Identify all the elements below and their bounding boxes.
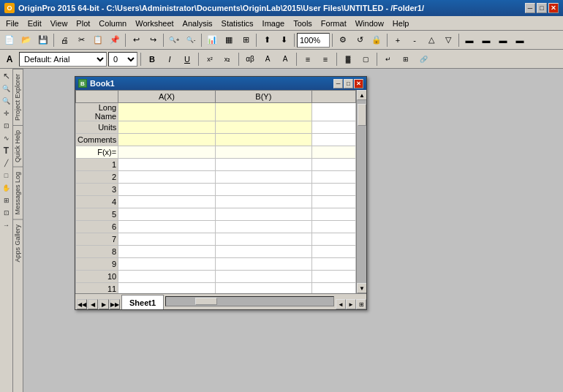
more-btn1[interactable]: ▬ [461, 32, 477, 48]
menu-analysis[interactable]: Analysis [178, 16, 217, 30]
cell-8-b[interactable] [215, 246, 311, 258]
cell-9-a[interactable] [118, 258, 215, 271]
cell-9-c[interactable] [312, 258, 356, 271]
cell-5-a[interactable] [118, 208, 215, 221]
book-maximize-button[interactable]: □ [344, 79, 353, 88]
cell-7-b[interactable] [215, 233, 311, 246]
extra-btn3[interactable]: → [1, 219, 12, 231]
cell-4-c[interactable] [312, 196, 356, 208]
sheet-nav-last[interactable]: ▶▶ [110, 299, 120, 309]
menu-plot[interactable]: Plot [72, 16, 94, 30]
cell-11-b[interactable] [215, 283, 311, 294]
sheet-scroll-thumb[interactable] [195, 298, 217, 305]
menu-image[interactable]: Image [258, 16, 290, 30]
border-btn[interactable]: ▢ [358, 51, 374, 67]
export-btn[interactable]: ⬇ [276, 32, 292, 48]
menu-view[interactable]: View [46, 16, 72, 30]
sheet-resize-btn[interactable]: ⊞ [356, 299, 366, 309]
cell-1-a[interactable] [118, 159, 215, 171]
menu-format[interactable]: Format [317, 16, 351, 30]
align-center-btn[interactable]: ≡ [317, 51, 333, 67]
units-a[interactable] [118, 121, 215, 134]
extra-btn2[interactable]: ⊡ [1, 207, 12, 219]
cell-1-b[interactable] [215, 159, 311, 171]
scroll-down-button[interactable]: ▼ [357, 283, 366, 293]
sheet-scroll-right[interactable]: ► [346, 299, 356, 309]
superscript-btn[interactable]: x² [202, 51, 218, 67]
more-btn4[interactable]: ▬ [512, 32, 528, 48]
cell-1-c[interactable] [312, 159, 356, 171]
font-size-select[interactable]: 0 [108, 52, 137, 67]
scroll-up-button[interactable]: ▲ [357, 90, 366, 100]
more-btn2[interactable]: ▬ [478, 32, 494, 48]
menu-help[interactable]: Help [388, 16, 414, 30]
fx-c[interactable] [312, 146, 356, 159]
cell-4-b[interactable] [215, 196, 311, 208]
cell-3-a[interactable] [118, 184, 215, 196]
font-aa-btn[interactable]: A [1, 51, 18, 67]
sheet-nav-first[interactable]: ◀◀ [77, 299, 87, 309]
messages-log-tab[interactable]: Messages Log [13, 167, 23, 219]
move-up-btn[interactable]: △ [423, 32, 439, 48]
longname-c[interactable] [312, 103, 356, 121]
sheet-nav-prev[interactable]: ◀ [88, 299, 98, 309]
cell-11-c[interactable] [312, 283, 356, 294]
cell-9-b[interactable] [215, 258, 311, 271]
save-button[interactable]: 💾 [35, 32, 51, 48]
apps-gallery-tab[interactable]: Apps Gallery [13, 219, 23, 267]
cell-8-c[interactable] [312, 246, 356, 258]
remove-btn[interactable]: - [407, 32, 423, 48]
menu-worksheet[interactable]: Worksheet [131, 16, 178, 30]
book-close-button[interactable]: ✕ [354, 79, 363, 88]
print-button[interactable]: 🖨 [56, 32, 72, 48]
comments-a[interactable] [118, 134, 215, 146]
bold-btn[interactable]: B [144, 51, 160, 67]
units-b[interactable] [215, 121, 311, 134]
paste-button[interactable]: 📌 [107, 32, 123, 48]
settings-btn[interactable]: ⚙ [335, 32, 351, 48]
zoom-input[interactable] [297, 33, 330, 48]
comments-b[interactable] [215, 134, 311, 146]
app-maximize-button[interactable]: □ [537, 3, 547, 13]
book-minimize-button[interactable]: ─ [333, 79, 343, 88]
menu-edit[interactable]: Edit [23, 16, 46, 30]
rect-tool[interactable]: □ [1, 170, 12, 181]
cell-2-b[interactable] [215, 171, 311, 184]
menu-statistics[interactable]: Statistics [217, 16, 258, 30]
app-close-button[interactable]: ✕ [548, 3, 559, 13]
book-controls[interactable]: ─ □ ✕ [333, 79, 363, 88]
cell-10-b[interactable] [215, 271, 311, 283]
wrap-btn[interactable]: ↵ [380, 51, 396, 67]
longname-a[interactable] [118, 103, 215, 121]
add-btn[interactable]: + [390, 32, 406, 48]
cell-6-b[interactable] [215, 221, 311, 233]
pan-tool[interactable]: ✛ [1, 108, 12, 119]
col-header-a[interactable]: A(X) [118, 91, 215, 103]
draw-tool[interactable]: ∿ [1, 132, 12, 144]
scale-tool[interactable]: ⊡ [1, 120, 12, 132]
title-controls[interactable]: ─ □ ✕ [525, 3, 559, 13]
cell-11-a[interactable] [118, 283, 215, 294]
cell-3-b[interactable] [215, 184, 311, 196]
quick-help-tab[interactable]: Quick Help [13, 125, 23, 167]
comments-c[interactable] [312, 134, 356, 146]
sheet-scroll-area[interactable] [165, 296, 334, 306]
open-button[interactable]: 📂 [18, 32, 34, 48]
cell-10-c[interactable] [312, 271, 356, 283]
app-minimize-button[interactable]: ─ [525, 3, 535, 13]
menu-tools[interactable]: Tools [289, 16, 317, 30]
zoom-out-tool[interactable]: 🔍 [1, 95, 12, 107]
menu-column[interactable]: Column [94, 16, 131, 30]
italic-btn[interactable]: I [162, 51, 178, 67]
underline-btn[interactable]: U [179, 51, 195, 67]
cell-8-a[interactable] [118, 246, 215, 258]
merge-btn[interactable]: ⊞ [398, 51, 414, 67]
project-explorer-tab[interactable]: Project Explorer [13, 69, 23, 125]
zoom-btn1[interactable]: 🔍+ [166, 32, 182, 48]
col-header-b[interactable]: B(Y) [215, 91, 311, 103]
cell-4-a[interactable] [118, 196, 215, 208]
subscript-btn[interactable]: x₂ [219, 51, 235, 67]
fx-a[interactable] [118, 146, 215, 159]
menu-file[interactable]: File [1, 16, 23, 30]
more-btn3[interactable]: ▬ [495, 32, 511, 48]
